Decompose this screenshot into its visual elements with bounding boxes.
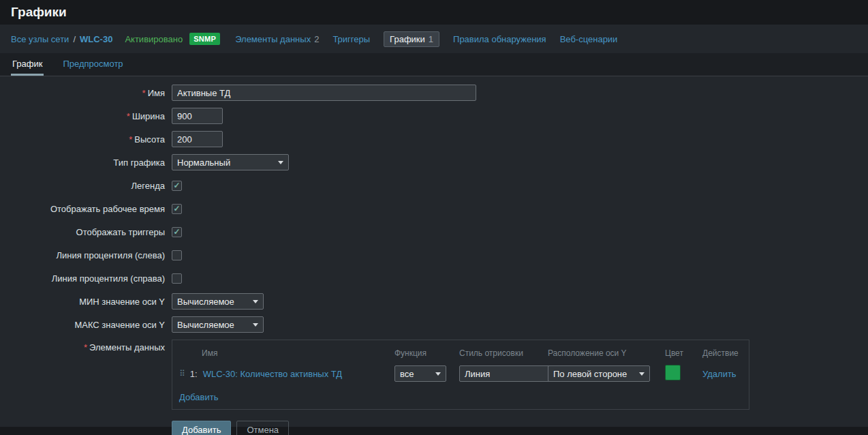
form-row-name: *Имя — [11, 85, 857, 101]
nav-item-count: 1 — [429, 34, 433, 44]
percentile-right-checkbox[interactable] — [172, 273, 182, 284]
name-input[interactable] — [172, 85, 476, 101]
form-row-work-time: Отображать рабочее время — [11, 200, 857, 217]
percentile-left-checkbox[interactable] — [172, 250, 182, 260]
ymin-label: МИН значение оси Y — [11, 297, 172, 307]
height-label: *Высота — [11, 134, 172, 145]
breadcrumb-bar: Все узлы сети / WLC-30 Активировано SNMP… — [0, 25, 868, 53]
column-header-draw-style: Стиль отрисовки — [459, 348, 548, 358]
nav-item-label: Графики — [390, 34, 425, 44]
items-table-header: Имя Функция Стиль отрисовки Расположение… — [179, 344, 742, 362]
graph-type-select[interactable]: Нормальный — [172, 154, 289, 170]
nav-item-label: Веб-сценарии — [560, 34, 618, 44]
chevron-down-icon — [278, 161, 283, 164]
column-header-color: Цвет — [665, 348, 702, 358]
form-row-ymax: МАКС значение оси Y Вычисляемое — [11, 316, 857, 333]
percentile-right-label: Линия процентиля (справа) — [11, 273, 172, 284]
nav-item-count: 2 — [314, 34, 319, 44]
work-time-checkbox[interactable] — [172, 204, 182, 214]
legend-checkbox[interactable] — [172, 181, 182, 191]
width-label: *Ширина — [11, 111, 172, 121]
remove-item-link[interactable]: Удалить — [702, 369, 737, 379]
snmp-badge: SNMP — [189, 33, 220, 45]
form-row-height: *Высота — [11, 131, 857, 147]
column-header-name: Имя — [179, 348, 394, 358]
item-y-side-cell: По левой стороне — [548, 365, 665, 382]
name-label: *Имя — [11, 88, 172, 98]
nav-item-label: Правила обнаружения — [453, 34, 546, 44]
add-item-link[interactable]: Добавить — [179, 392, 218, 402]
item-y-side-select[interactable]: По левой стороне — [548, 365, 650, 382]
item-color-cell — [665, 365, 702, 382]
graph-type-value: Нормальный — [177, 158, 230, 168]
column-header-action: Действие — [702, 348, 742, 358]
form-row-percentile-right: Линия процентиля (справа) — [11, 270, 857, 286]
item-function-value: все — [400, 369, 414, 379]
nav-item-discovery-rules[interactable]: Правила обнаружения — [453, 34, 546, 44]
cancel-button[interactable]: Отмена — [236, 421, 289, 435]
nav-item-label: Элементы данных — [235, 34, 311, 44]
form-row-items: *Элементы данных Имя Функция Стиль отрис… — [11, 340, 857, 410]
nav-item-web-scenarios[interactable]: Веб-сценарии — [560, 34, 618, 44]
required-asterisk: * — [127, 111, 130, 121]
height-input[interactable] — [172, 131, 223, 147]
legend-label: Легенда — [11, 181, 172, 191]
item-function-cell: все — [394, 365, 459, 382]
item-name-cell: ⠿ 1: WLC-30: Количество активных ТД — [179, 369, 394, 379]
ymax-select[interactable]: Вычисляемое — [172, 316, 264, 333]
form-footer: Добавить Отмена — [11, 421, 857, 435]
chevron-down-icon — [253, 323, 258, 327]
show-triggers-checkbox[interactable] — [172, 227, 182, 237]
item-draw-style-value: Линия — [465, 369, 490, 379]
form-row-graph-type: Тип графика Нормальный — [11, 154, 857, 170]
tab-bar: График Предпросмотр — [0, 53, 868, 76]
chevron-down-icon — [435, 372, 441, 376]
item-draw-style-cell: Линия — [459, 365, 548, 382]
graph-form: *Имя *Ширина *Высота Тип графика Нормаль… — [0, 76, 868, 427]
item-y-side-value: По левой стороне — [553, 369, 627, 379]
item-row-number: 1: — [190, 369, 198, 379]
show-triggers-label: Отображать триггеры — [11, 227, 172, 237]
column-header-y-axis-side: Расположение оси Y — [548, 348, 665, 358]
tab-preview[interactable]: Предпросмотр — [61, 53, 124, 76]
item-draw-style-select[interactable]: Линия — [459, 365, 561, 382]
breadcrumb-all-hosts-link[interactable]: Все узлы сети — [11, 34, 69, 44]
nav-item-label: Триггеры — [332, 34, 370, 44]
form-row-percentile-left: Линия процентиля (слева) — [11, 247, 857, 263]
add-submit-button[interactable]: Добавить — [172, 421, 231, 435]
ymin-select[interactable]: Вычисляемое — [172, 293, 264, 310]
ymax-label: МАКС значение оси Y — [11, 320, 172, 330]
required-asterisk: * — [142, 88, 146, 98]
items-label: *Элементы данных — [11, 342, 172, 352]
ymax-value: Вычисляемое — [177, 320, 234, 330]
page-title: Графики — [11, 5, 67, 20]
required-asterisk: * — [84, 342, 87, 352]
graph-items-table: Имя Функция Стиль отрисовки Расположение… — [172, 340, 749, 410]
ymin-value: Вычисляемое — [177, 297, 234, 307]
item-color-swatch[interactable] — [665, 365, 681, 380]
nav-item-graphs[interactable]: Графики 1 — [384, 31, 439, 47]
breadcrumb-separator: / — [73, 34, 76, 44]
form-row-ymin: МИН значение оси Y Вычисляемое — [11, 293, 857, 310]
nav-item-items[interactable]: Элементы данных 2 — [235, 34, 319, 44]
page-header: Графики — [0, 0, 868, 25]
chevron-down-icon — [253, 300, 258, 303]
graph-item-row: ⠿ 1: WLC-30: Количество активных ТД все … — [179, 362, 742, 385]
graph-type-label: Тип графика — [11, 158, 172, 168]
item-action-cell: Удалить — [702, 369, 742, 379]
column-header-function: Функция — [394, 348, 459, 358]
host-status-enabled: Активировано — [125, 34, 183, 44]
form-row-width: *Ширина — [11, 108, 857, 124]
item-name-link[interactable]: WLC-30: Количество активных ТД — [203, 369, 342, 379]
width-input[interactable] — [172, 108, 223, 124]
nav-item-triggers[interactable]: Триггеры — [332, 34, 370, 44]
form-row-legend: Легенда — [11, 177, 857, 194]
drag-handle-icon[interactable]: ⠿ — [179, 369, 185, 378]
form-row-show-triggers: Отображать триггеры — [11, 224, 857, 240]
work-time-label: Отображать рабочее время — [11, 204, 172, 214]
chevron-down-icon — [639, 372, 645, 376]
item-function-select[interactable]: все — [394, 365, 446, 382]
tab-graph[interactable]: График — [11, 53, 44, 76]
breadcrumb-host-link[interactable]: WLC-30 — [80, 34, 112, 44]
percentile-left-label: Линия процентиля (слева) — [11, 250, 172, 260]
